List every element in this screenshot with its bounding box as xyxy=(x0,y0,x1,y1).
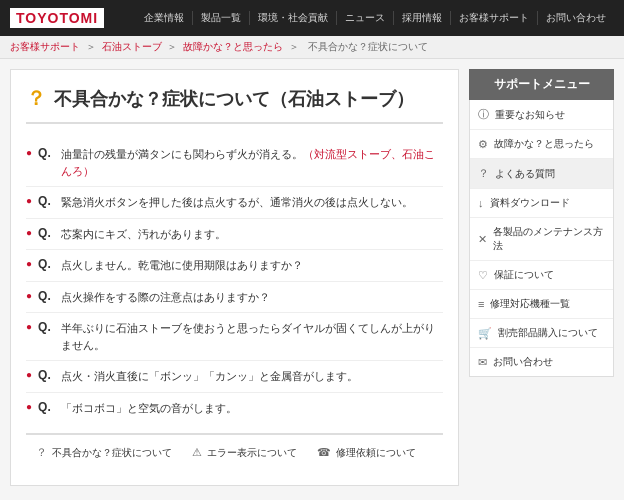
download-icon: ↓ xyxy=(478,197,484,209)
list-icon: ≡ xyxy=(478,298,484,310)
sidebar-item-download[interactable]: ↓ 資料ダウンロード xyxy=(470,189,613,218)
faq-text-7: 点火・消火直後に「ボンッ」「カンッ」と金属音がします。 xyxy=(61,368,358,385)
sidebar-item-contact[interactable]: ✉ お問い合わせ xyxy=(470,348,613,376)
info-icon: ⓘ xyxy=(478,107,489,122)
sidebar-maintenance-label: 各製品のメンテナンス方法 xyxy=(493,225,605,253)
faq-item-2[interactable]: ● Q. 緊急消火ボタンを押した後は点火するが、通常消火の後は点火しない。 xyxy=(26,187,443,219)
breadcrumb-stove[interactable]: 石油ストーブ xyxy=(102,41,162,52)
breadcrumb-current: 不具合かな？症状について xyxy=(308,41,428,52)
page-title: 不具合かな？症状について（石油ストーブ） xyxy=(54,87,414,111)
main-nav: 企業情報 製品一覧 環境・社会貢献 ニュース 採用情報 お客様サポート お問い合… xyxy=(136,11,614,25)
footer-faq-symptoms[interactable]: ？ 不具合かな？症状について xyxy=(36,445,172,460)
footer-faq-symptoms-label: 不具合かな？症状について xyxy=(52,446,172,460)
faq-text-5: 点火操作をする際の注意点はありますか？ xyxy=(61,289,270,306)
faq-bullet-4: ● xyxy=(26,258,32,269)
faq-item-5[interactable]: ● Q. 点火操作をする際の注意点はありますか？ xyxy=(26,282,443,314)
footer-question-icon: ？ xyxy=(36,445,47,460)
nav-csr[interactable]: 環境・社会貢献 xyxy=(250,11,337,25)
breadcrumb-trouble[interactable]: 故障かな？と思ったら xyxy=(183,41,283,52)
faq-text-4: 点火しません。乾電池に使用期限はありますか？ xyxy=(61,257,303,274)
faq-text-2: 緊急消火ボタンを押した後は点火するが、通常消火の後は点火しない。 xyxy=(61,194,413,211)
faq-item-7[interactable]: ● Q. 点火・消火直後に「ボンッ」「カンッ」と金属音がします。 xyxy=(26,361,443,393)
sidebar-item-parts[interactable]: 🛒 割売部品購入について xyxy=(470,319,613,348)
faq-text-8: 「ボコボコ」と空気の音がします。 xyxy=(61,400,237,417)
sidebar-repair-models-label: 修理対応機種一覧 xyxy=(490,297,570,311)
footer-faq-error[interactable]: ⚠ エラー表示について xyxy=(192,445,297,460)
nav-products[interactable]: 製品一覧 xyxy=(193,11,250,25)
nav-recruit[interactable]: 採用情報 xyxy=(394,11,451,25)
faq-q-5: Q. xyxy=(38,289,51,303)
nav-news[interactable]: ニュース xyxy=(337,11,394,25)
tool-icon: ✕ xyxy=(478,233,487,246)
mail-icon: ✉ xyxy=(478,356,487,369)
nav-support[interactable]: お客様サポート xyxy=(451,11,538,25)
sidebar-parts-label: 割売部品購入について xyxy=(498,326,598,340)
footer-faq-repair[interactable]: ☎ 修理依頼について xyxy=(317,445,416,460)
faq-text-6: 半年ぶりに石油ストーブを使おうと思ったらダイヤルが固くてしんが上がりません。 xyxy=(61,320,443,353)
content-area: ？ 不具合かな？症状について（石油ストーブ） ● Q. 油量計の残量が満タンにも… xyxy=(10,69,459,486)
faq-bullet-5: ● xyxy=(26,290,32,301)
faq-item-4[interactable]: ● Q. 点火しません。乾電池に使用期限はありますか？ xyxy=(26,250,443,282)
nav-company[interactable]: 企業情報 xyxy=(136,11,193,25)
faq-q-4: Q. xyxy=(38,257,51,271)
faq-q-1: Q. xyxy=(38,146,51,160)
wrench-icon: ⚙ xyxy=(478,138,488,151)
sidebar-notice-label: 重要なお知らせ xyxy=(495,108,565,122)
nav-contact[interactable]: お問い合わせ xyxy=(538,11,614,25)
sidebar-menu: ⓘ 重要なお知らせ ⚙ 故障かな？と思ったら ？ よくある質問 ↓ 資料ダウンロ… xyxy=(469,100,614,377)
faq-bullet-7: ● xyxy=(26,369,32,380)
faq-bullet-8: ● xyxy=(26,401,32,412)
sidebar-item-maintenance[interactable]: ✕ 各製品のメンテナンス方法 xyxy=(470,218,613,261)
heart-icon: ♡ xyxy=(478,269,488,282)
faq-bullet-3: ● xyxy=(26,227,32,238)
faq-text-1: 油量計の残量が満タンにも関わらず火が消える。（対流型ストーブ、石油こんろ） xyxy=(61,146,443,179)
sidebar-item-repair-models[interactable]: ≡ 修理対応機種一覧 xyxy=(470,290,613,319)
faq-list: ● Q. 油量計の残量が満タンにも関わらず火が消える。（対流型ストーブ、石油こん… xyxy=(26,139,443,423)
sidebar-item-warranty[interactable]: ♡ 保証について xyxy=(470,261,613,290)
faq-bullet-6: ● xyxy=(26,321,32,332)
page-title-wrapper: ？ 不具合かな？症状について（石油ストーブ） xyxy=(26,85,443,124)
sidebar-faq-label: よくある質問 xyxy=(495,167,555,181)
faq-bullet-2: ● xyxy=(26,195,32,206)
footer-faq-nav: ？ 不具合かな？症状について ⚠ エラー表示について ☎ 修理依頼について xyxy=(26,433,443,470)
breadcrumb-sep3: ＞ xyxy=(289,41,302,52)
faq-q-8: Q. xyxy=(38,400,51,414)
footer-faq-repair-label: 修理依頼について xyxy=(336,446,416,460)
faq-item-3[interactable]: ● Q. 芯案内にキズ、汚れがあります。 xyxy=(26,219,443,251)
question-icon: ？ xyxy=(478,166,489,181)
breadcrumb: お客様サポート ＞ 石油ストーブ ＞ 故障かな？と思ったら ＞ 不具合かな？症状… xyxy=(0,36,624,59)
faq-link-1[interactable]: （対流型ストーブ、石油こんろ） xyxy=(61,148,435,177)
sidebar-download-label: 資料ダウンロード xyxy=(490,196,570,210)
sidebar-warranty-label: 保証について xyxy=(494,268,554,282)
footer-phone-icon: ☎ xyxy=(317,446,331,459)
header: TOYOTOMI 企業情報 製品一覧 環境・社会貢献 ニュース 採用情報 お客様… xyxy=(0,0,624,36)
breadcrumb-sep2: ＞ xyxy=(167,41,180,52)
sidebar: サポートメニュー ⓘ 重要なお知らせ ⚙ 故障かな？と思ったら ？ よくある質問… xyxy=(469,69,614,486)
faq-bullet-1: ● xyxy=(26,147,32,158)
faq-q-2: Q. xyxy=(38,194,51,208)
logo[interactable]: TOYOTOMI xyxy=(10,8,104,28)
footer-warning-icon: ⚠ xyxy=(192,446,202,459)
sidebar-item-notice[interactable]: ⓘ 重要なお知らせ xyxy=(470,100,613,130)
faq-q-7: Q. xyxy=(38,368,51,382)
faq-text-3: 芯案内にキズ、汚れがあります。 xyxy=(61,226,226,243)
sidebar-trouble-label: 故障かな？と思ったら xyxy=(494,137,594,151)
cart-icon: 🛒 xyxy=(478,327,492,340)
faq-item-6[interactable]: ● Q. 半年ぶりに石油ストーブを使おうと思ったらダイヤルが固くてしんが上がりま… xyxy=(26,313,443,361)
faq-q-6: Q. xyxy=(38,320,51,334)
faq-item-1[interactable]: ● Q. 油量計の残量が満タンにも関わらず火が消える。（対流型ストーブ、石油こん… xyxy=(26,139,443,187)
footer-faq-error-label: エラー表示について xyxy=(207,446,297,460)
main-wrapper: ？ 不具合かな？症状について（石油ストーブ） ● Q. 油量計の残量が満タンにも… xyxy=(0,59,624,496)
faq-item-8[interactable]: ● Q. 「ボコボコ」と空気の音がします。 xyxy=(26,393,443,424)
sidebar-item-faq[interactable]: ？ よくある質問 xyxy=(470,159,613,189)
sidebar-contact-label: お問い合わせ xyxy=(493,355,553,369)
sidebar-item-trouble[interactable]: ⚙ 故障かな？と思ったら xyxy=(470,130,613,159)
faq-q-3: Q. xyxy=(38,226,51,240)
breadcrumb-sep1: ＞ xyxy=(86,41,99,52)
breadcrumb-support[interactable]: お客様サポート xyxy=(10,41,80,52)
sidebar-title: サポートメニュー xyxy=(469,69,614,100)
title-question-icon: ？ xyxy=(26,85,46,112)
